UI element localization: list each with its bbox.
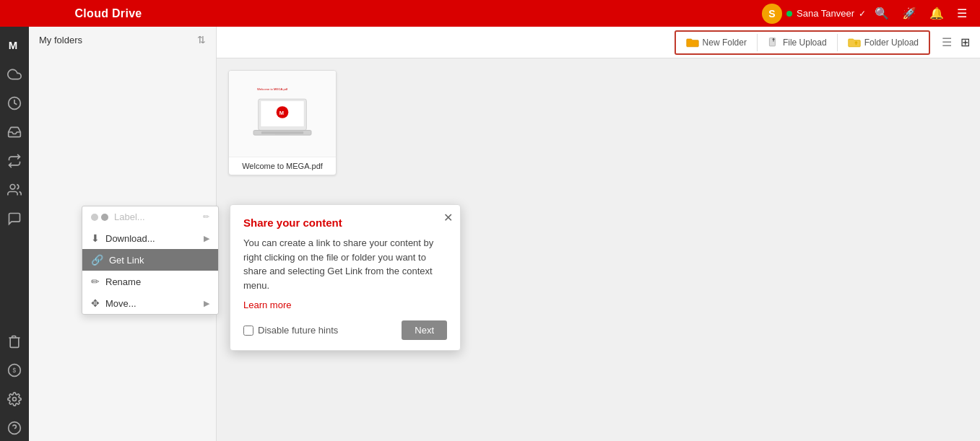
- user-avatar[interactable]: S: [762, 4, 782, 24]
- sidebar-item-sync[interactable]: [1, 148, 27, 174]
- bell-icon[interactable]: 🔔: [925, 4, 948, 23]
- ctx-item-move[interactable]: ✥ Move... ▶: [82, 292, 218, 314]
- sidebar-item-contacts[interactable]: [1, 177, 27, 203]
- svg-rect-22: [275, 134, 290, 134]
- list-view-button[interactable]: ☰: [939, 34, 955, 51]
- user-name: Sana Tanveer: [797, 8, 854, 19]
- ctx-move-arrow: ▶: [204, 299, 209, 308]
- new-folder-label: New Folder: [703, 38, 747, 48]
- disable-hints-label: Disable future hints: [258, 325, 338, 336]
- left-panel-header: My folders ⇅: [29, 27, 216, 53]
- move-icon: ✥: [91, 297, 100, 309]
- context-menu: Label... ✏ ⬇ Download... ▶ 🔗 Get Link ✏ …: [82, 206, 219, 315]
- disable-hints-checkbox-label[interactable]: Disable future hints: [243, 325, 338, 336]
- grid-view-button[interactable]: ⊞: [958, 34, 973, 51]
- ctx-item-download[interactable]: ⬇ Download... ▶: [82, 227, 218, 249]
- app-title: Cloud Drive: [0, 7, 217, 20]
- tooltip-popup: ✕ Share your content You can create a li…: [230, 204, 461, 351]
- sidebar-item-recents[interactable]: [1, 90, 27, 116]
- folder-upload-button[interactable]: Folder Upload: [841, 33, 926, 52]
- svg-text:$: $: [13, 367, 17, 374]
- menu-icon[interactable]: ☰: [953, 4, 971, 23]
- file-thumbnail: Welcome to MEGA.pdf M: [229, 71, 336, 157]
- sidebar-item-pro[interactable]: $: [1, 357, 27, 383]
- search-icon[interactable]: 🔍: [870, 4, 893, 23]
- sidebar-item-help[interactable]: [1, 415, 27, 441]
- file-area: Welcome to MEGA.pdf M Welcome to MEGA.pd…: [217, 58, 980, 187]
- sidebar-item-chat[interactable]: [1, 206, 27, 232]
- ctx-item-label[interactable]: Label... ✏: [82, 206, 218, 227]
- file-card[interactable]: Welcome to MEGA.pdf M Welcome to MEGA.pd…: [228, 70, 337, 175]
- sidebar-item-trash[interactable]: [1, 328, 27, 354]
- folder-upload-label: Folder Upload: [864, 38, 919, 48]
- new-folder-button[interactable]: New Folder: [679, 33, 754, 52]
- tooltip-body: You can create a link to share your cont…: [243, 236, 447, 292]
- my-folders-label: My folders: [39, 35, 82, 45]
- toolbar-action-group: New Folder File Upload: [675, 30, 930, 55]
- divider-1: [757, 34, 758, 51]
- file-upload-label: File Upload: [783, 38, 827, 48]
- sidebar-item-inbox[interactable]: [1, 119, 27, 145]
- svg-text:M: M: [279, 109, 284, 115]
- online-status: [786, 11, 792, 17]
- tooltip-title: Share your content: [243, 217, 447, 229]
- tooltip-footer: Disable future hints Next: [243, 320, 447, 340]
- svg-point-2: [10, 185, 15, 190]
- file-name: Welcome to MEGA.pdf: [229, 157, 336, 175]
- toolbar: New Folder File Upload: [217, 27, 980, 58]
- sidebar-item-settings[interactable]: [1, 386, 27, 412]
- ctx-item-get-link[interactable]: 🔗 Get Link: [82, 249, 218, 271]
- ctx-download-arrow: ▶: [204, 234, 209, 243]
- rocket-icon[interactable]: 🚀: [898, 4, 921, 23]
- svg-text:Welcome to MEGA.pdf: Welcome to MEGA.pdf: [257, 87, 288, 90]
- next-button[interactable]: Next: [402, 320, 447, 340]
- sidebar-item-cloud[interactable]: [1, 61, 27, 87]
- file-upload-button[interactable]: File Upload: [760, 33, 834, 52]
- disable-hints-checkbox[interactable]: [243, 326, 253, 336]
- sort-icon[interactable]: ⇅: [197, 34, 206, 45]
- link-icon: 🔗: [91, 254, 103, 266]
- sidebar: M: [0, 27, 29, 441]
- svg-rect-21: [261, 131, 303, 134]
- label-edit-icon: ✏: [203, 212, 209, 222]
- top-bar-right: S Sana Tanveer ✓ 🔍 🚀 🔔 ☰: [762, 4, 980, 24]
- sidebar-item-mega[interactable]: M: [1, 32, 27, 58]
- download-icon: ⬇: [91, 232, 100, 244]
- learn-more-link[interactable]: Learn more: [243, 300, 447, 310]
- divider-2: [837, 34, 838, 51]
- ctx-item-rename[interactable]: ✏ Rename: [82, 271, 218, 292]
- rename-icon: ✏: [91, 276, 100, 287]
- svg-text:M: M: [9, 39, 18, 51]
- tooltip-close-button[interactable]: ✕: [443, 211, 453, 224]
- verified-icon: ✓: [859, 9, 866, 19]
- svg-point-5: [13, 398, 17, 401]
- view-toggle: ☰ ⊞: [939, 34, 973, 51]
- top-bar: Cloud Drive S Sana Tanveer ✓ 🔍 🚀 🔔 ☰: [0, 0, 980, 27]
